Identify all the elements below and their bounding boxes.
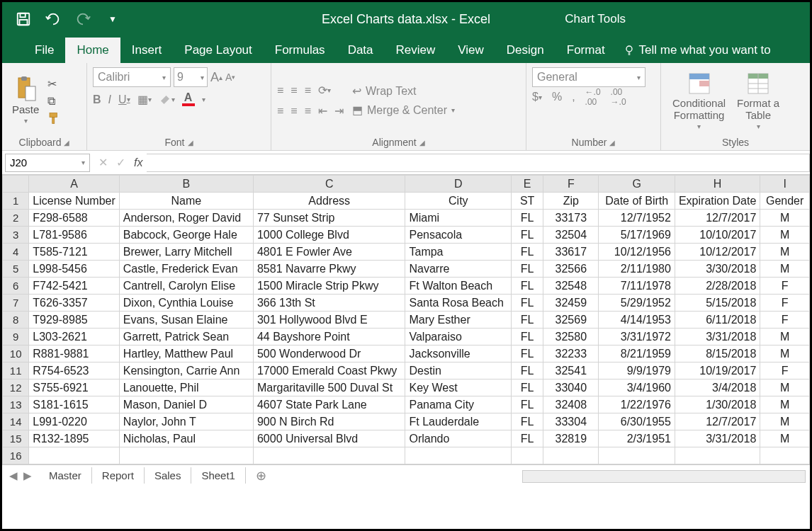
cell[interactable]: 8/21/1959 bbox=[599, 346, 675, 362]
cell[interactable]: 10/12/2017 bbox=[675, 244, 760, 261]
cell[interactable]: 5/15/2018 bbox=[675, 295, 760, 312]
row-header[interactable]: 6 bbox=[3, 278, 29, 295]
percent-format-button[interactable]: % bbox=[552, 91, 562, 103]
accounting-format-button[interactable]: $ ▾ bbox=[532, 91, 542, 103]
cell[interactable]: M bbox=[760, 396, 810, 413]
cell[interactable]: FL bbox=[512, 227, 543, 244]
cell[interactable]: 2/28/2018 bbox=[675, 278, 760, 295]
cell[interactable]: M bbox=[760, 244, 810, 261]
cell[interactable]: 32541 bbox=[543, 362, 599, 379]
cut-icon[interactable]: ✂ bbox=[47, 77, 60, 91]
cell[interactable]: F742-5421 bbox=[29, 278, 120, 295]
cell[interactable]: 8/15/2018 bbox=[675, 346, 760, 362]
bold-button[interactable]: B bbox=[93, 93, 101, 106]
number-dialog-launcher-icon[interactable]: ◢ bbox=[609, 139, 615, 147]
font-size-combo[interactable]: 9▾ bbox=[174, 67, 208, 87]
row-header[interactable]: 15 bbox=[3, 430, 29, 447]
row-header[interactable]: 14 bbox=[3, 413, 29, 430]
header-cell[interactable]: Expiration Date bbox=[675, 193, 760, 210]
tab-home[interactable]: Home bbox=[65, 38, 120, 63]
cell[interactable]: 6/11/2018 bbox=[675, 312, 760, 329]
cell[interactable]: 77 Sunset Strip bbox=[253, 210, 405, 227]
increase-indent-icon[interactable]: ⇥ bbox=[334, 104, 344, 118]
tab-format[interactable]: Format bbox=[556, 38, 616, 63]
cell[interactable] bbox=[253, 447, 405, 464]
cancel-formula-icon[interactable]: ✕ bbox=[98, 156, 108, 169]
decrease-font-icon[interactable]: A▾ bbox=[225, 72, 235, 83]
cell[interactable] bbox=[760, 447, 810, 464]
cell[interactable]: 1/22/1976 bbox=[599, 396, 675, 413]
cell[interactable] bbox=[512, 447, 543, 464]
column-header[interactable]: I bbox=[760, 176, 810, 193]
cell[interactable]: 3/31/1972 bbox=[599, 329, 675, 346]
cell[interactable]: Key West bbox=[405, 379, 512, 396]
cell[interactable]: T585-7121 bbox=[29, 244, 120, 261]
header-cell[interactable]: Zip bbox=[543, 193, 599, 210]
cell[interactable]: R132-1895 bbox=[29, 430, 120, 447]
font-color-dropdown-icon[interactable]: ▾ bbox=[202, 96, 205, 103]
cell[interactable]: R754-6523 bbox=[29, 362, 120, 379]
save-icon[interactable] bbox=[15, 11, 32, 28]
fx-label[interactable]: fx bbox=[134, 156, 147, 169]
sheet-tab-sheet1[interactable]: Sheet1 bbox=[191, 467, 246, 484]
header-cell[interactable]: Name bbox=[119, 193, 253, 210]
cell[interactable]: FL bbox=[512, 362, 543, 379]
cell[interactable]: Orlando bbox=[405, 430, 512, 447]
column-header[interactable]: B bbox=[119, 176, 253, 193]
align-bottom-icon[interactable]: ≡ bbox=[305, 84, 311, 97]
cell[interactable] bbox=[675, 447, 760, 464]
italic-button[interactable]: I bbox=[108, 93, 111, 106]
cell[interactable]: Naylor, John T bbox=[119, 413, 253, 430]
column-header[interactable]: A bbox=[29, 176, 120, 193]
cell[interactable]: 44 Bayshore Point bbox=[253, 329, 405, 346]
cell[interactable]: 900 N Birch Rd bbox=[253, 413, 405, 430]
header-cell[interactable]: License Number bbox=[29, 193, 120, 210]
cell[interactable]: 3/4/2018 bbox=[675, 379, 760, 396]
cell[interactable]: 3/31/2018 bbox=[675, 430, 760, 447]
paste-label[interactable]: Paste bbox=[12, 103, 39, 115]
cell[interactable]: M bbox=[760, 210, 810, 227]
cell[interactable]: 33304 bbox=[543, 413, 599, 430]
cell[interactable]: Ft Lauderdale bbox=[405, 413, 512, 430]
tab-insert[interactable]: Insert bbox=[120, 38, 174, 63]
increase-decimal-icon[interactable]: ←.0.00 bbox=[585, 87, 601, 107]
cell[interactable]: 1000 College Blvd bbox=[253, 227, 405, 244]
cell[interactable]: FL bbox=[512, 413, 543, 430]
tab-view[interactable]: View bbox=[446, 38, 495, 63]
cell[interactable]: Cantrell, Carolyn Elise bbox=[119, 278, 253, 295]
cell[interactable]: 12/7/2017 bbox=[675, 413, 760, 430]
merge-center-button[interactable]: ⬒ Merge & Center ▾ bbox=[352, 103, 455, 117]
cell[interactable]: FL bbox=[512, 278, 543, 295]
next-sheet-icon[interactable]: ▶ bbox=[23, 469, 32, 482]
cell[interactable]: FL bbox=[512, 346, 543, 362]
orientation-icon[interactable]: ⟳▾ bbox=[318, 84, 331, 97]
cell[interactable]: M bbox=[760, 227, 810, 244]
cell[interactable]: FL bbox=[512, 261, 543, 278]
cell[interactable]: R881-9881 bbox=[29, 346, 120, 362]
cell[interactable]: 32548 bbox=[543, 278, 599, 295]
cell[interactable]: Castle, Frederick Evan bbox=[119, 261, 253, 278]
cell[interactable]: 33617 bbox=[543, 244, 599, 261]
cell[interactable]: 1/30/2018 bbox=[675, 396, 760, 413]
align-middle-icon[interactable]: ≡ bbox=[291, 84, 297, 97]
cell[interactable]: 9/9/1979 bbox=[599, 362, 675, 379]
cell[interactable]: F bbox=[760, 295, 810, 312]
header-cell[interactable]: Gender bbox=[760, 193, 810, 210]
cell[interactable]: M bbox=[760, 379, 810, 396]
cell[interactable]: Navarre bbox=[405, 261, 512, 278]
undo-icon[interactable] bbox=[45, 11, 62, 28]
cell[interactable]: M bbox=[760, 261, 810, 278]
cell[interactable]: Garrett, Patrick Sean bbox=[119, 329, 253, 346]
cell[interactable] bbox=[405, 447, 512, 464]
redo-icon[interactable] bbox=[74, 11, 91, 28]
sheet-tab-master[interactable]: Master bbox=[39, 467, 92, 484]
cell[interactable]: L991-0220 bbox=[29, 413, 120, 430]
cell[interactable]: M bbox=[760, 430, 810, 447]
cell[interactable]: 6/30/1955 bbox=[599, 413, 675, 430]
tell-me[interactable]: Tell me what you want to bbox=[616, 38, 778, 63]
row-header[interactable]: 9 bbox=[3, 329, 29, 346]
cell[interactable]: Dixon, Cynthia Louise bbox=[119, 295, 253, 312]
cell[interactable] bbox=[119, 447, 253, 464]
align-left-icon[interactable]: ≡ bbox=[277, 104, 283, 118]
increase-font-icon[interactable]: A▴ bbox=[210, 70, 222, 85]
